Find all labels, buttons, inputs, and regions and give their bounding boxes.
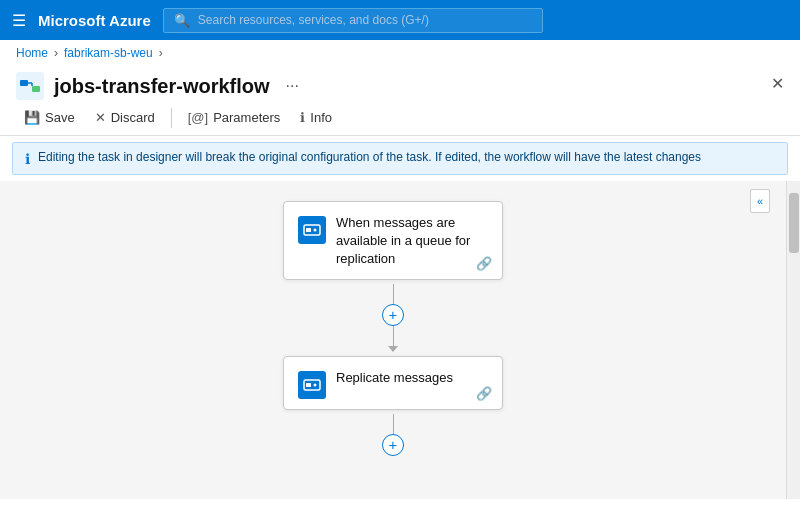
action-service-icon [298,371,326,399]
azure-logo: Microsoft Azure [38,12,151,29]
trigger-node-title: When messages are available in a queue f… [336,214,488,269]
ellipsis-button[interactable]: ··· [280,75,305,97]
info-bar: ℹ Editing the task in designer will brea… [12,142,788,175]
svg-rect-9 [306,383,311,387]
close-button[interactable]: ✕ [771,74,784,93]
title-area: jobs-transfer-workflow ··· ✕ [0,66,800,102]
info-bar-icon: ℹ [25,151,30,167]
toolbar-separator [171,108,172,128]
info-button[interactable]: ℹ Info [292,106,340,129]
top-nav-bar: ☰ Microsoft Azure 🔍 [0,0,800,40]
trigger-node[interactable]: When messages are available in a queue f… [283,201,503,280]
add-step-button-1[interactable]: + [382,304,404,326]
action-node[interactable]: Replicate messages 🔗 [283,356,503,410]
workflow-icon [16,72,44,100]
save-button[interactable]: 💾 Save [16,106,83,129]
canvas-wrapper: « When messages are available in a queue… [0,181,800,499]
discard-icon: ✕ [95,110,106,125]
save-icon: 💾 [24,110,40,125]
svg-rect-1 [20,80,28,86]
svg-rect-6 [306,228,311,232]
search-icon: 🔍 [174,13,190,28]
hamburger-icon[interactable]: ☰ [12,11,26,30]
vertical-scrollbar[interactable] [786,181,800,499]
svg-rect-0 [16,72,44,100]
info-icon: ℹ [300,110,305,125]
trigger-service-icon [298,216,326,244]
workflow-canvas: « When messages are available in a queue… [0,181,786,499]
parameters-icon: [@] [188,110,208,125]
discard-button[interactable]: ✕ Discard [87,106,163,129]
parameters-button[interactable]: [@] Parameters [180,106,289,129]
add-step-button-2[interactable]: + [382,434,404,456]
action-link-icon: 🔗 [476,386,492,401]
connector-line-top [393,284,394,304]
search-bar[interactable]: 🔍 [163,8,543,33]
connector-1: + [382,284,404,352]
action-node-title: Replicate messages [336,369,453,387]
svg-point-10 [314,383,317,386]
connector-2: + [382,414,404,456]
action-node-header: Replicate messages [298,369,488,399]
collapse-button[interactable]: « [750,189,770,213]
breadcrumb-resource[interactable]: fabrikam-sb-weu [64,46,153,60]
connector-line-2 [393,414,394,434]
node-header: When messages are available in a queue f… [298,214,488,269]
search-input[interactable] [198,13,532,27]
breadcrumb: Home › fabrikam-sb-weu › [0,40,800,66]
toolbar: 💾 Save ✕ Discard [@] Parameters ℹ Info [0,102,800,136]
svg-rect-2 [32,86,40,92]
arrow-down-1 [388,346,398,352]
breadcrumb-home[interactable]: Home [16,46,48,60]
svg-point-7 [314,229,317,232]
info-bar-message: Editing the task in designer will break … [38,150,701,164]
page-title: jobs-transfer-workflow [54,75,270,98]
trigger-link-icon: 🔗 [476,256,492,271]
scrollbar-thumb [789,193,799,253]
connector-line-bottom [393,326,394,346]
